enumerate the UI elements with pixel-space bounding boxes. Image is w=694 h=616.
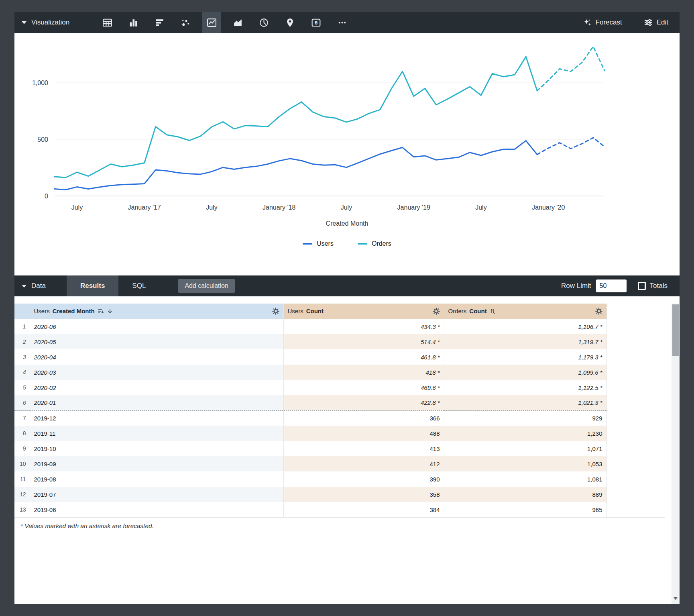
cell-orders-count[interactable]: 1,179.3 * xyxy=(444,349,606,365)
cell-created-month[interactable]: 2019-08 xyxy=(30,471,283,487)
cell-created-month[interactable]: 2019-11 xyxy=(30,426,283,441)
cell-orders-count[interactable]: 1,230 xyxy=(444,426,606,441)
svg-text:January '19: January '19 xyxy=(397,204,430,211)
legend-item-orders[interactable]: Orders xyxy=(358,240,391,247)
cell-users-count[interactable]: 412 xyxy=(283,456,444,471)
cell-orders-count[interactable]: 1,106.7 * xyxy=(444,319,606,334)
viz-type-column-chart-icon[interactable] xyxy=(124,12,143,33)
cell-created-month[interactable]: 2019-07 xyxy=(30,487,283,502)
cell-created-month[interactable]: 2020-02 xyxy=(30,380,283,395)
cell-orders-count[interactable]: 889 xyxy=(444,487,606,502)
table-row: 102019-094121,053 xyxy=(14,456,606,471)
cell-orders-count[interactable]: 1,319.7 * xyxy=(444,334,606,349)
gear-icon[interactable] xyxy=(272,308,279,315)
arrow-down-icon xyxy=(674,597,678,600)
cell-created-month[interactable]: 2019-10 xyxy=(30,441,283,456)
cell-created-month[interactable]: 2020-01 xyxy=(30,395,283,410)
cell-orders-count[interactable]: 1,053 xyxy=(444,456,606,471)
add-calculation-button[interactable]: Add calculation xyxy=(178,279,235,293)
cell-orders-count[interactable]: 1,122.5 * xyxy=(444,380,606,395)
scrollbar-thumb[interactable] xyxy=(672,304,679,356)
cell-users-count[interactable]: 514.4 * xyxy=(283,334,444,349)
forecast-footnote: * Values marked with an asterisk are for… xyxy=(14,517,665,530)
cell-created-month[interactable]: 2020-04 xyxy=(30,349,283,365)
cell-orders-count[interactable]: 1,081 xyxy=(444,471,606,487)
column-view-name: Users xyxy=(288,308,303,314)
legend-item-users[interactable]: Users xyxy=(303,240,334,247)
scrollbar-down-button[interactable] xyxy=(672,595,680,602)
gear-icon[interactable] xyxy=(433,308,440,315)
viz-type-single-value-icon[interactable]: 6 xyxy=(306,12,326,33)
cell-created-month[interactable]: 2019-12 xyxy=(30,410,283,426)
totals-checkbox[interactable] xyxy=(638,282,646,290)
table-row: 12020-06434.3 *1,106.7 * xyxy=(14,319,606,334)
row-limit-input[interactable] xyxy=(596,279,627,292)
data-collapse-toggle[interactable]: Data xyxy=(14,282,53,290)
column-header-users-created-month[interactable]: UsersCreated Month xyxy=(30,304,283,319)
tab-sql[interactable]: SQL xyxy=(118,275,159,296)
table-row: 72019-12366929 xyxy=(14,410,606,426)
column-view-name: Orders xyxy=(448,308,467,314)
totals-label: Totals xyxy=(650,282,668,290)
cell-orders-count[interactable]: 1,021.3 * xyxy=(444,395,606,410)
table-row: 22020-05514.4 *1,319.7 * xyxy=(14,334,606,349)
cell-created-month[interactable]: 2019-09 xyxy=(30,456,283,471)
table-row: 42020-03418 *1,099.6 * xyxy=(14,365,606,380)
cell-orders-count[interactable]: 1,071 xyxy=(444,441,606,456)
visualization-collapse-toggle[interactable]: Visualization xyxy=(14,18,77,27)
cell-orders-count[interactable]: 929 xyxy=(444,410,606,426)
viz-type-scatter-icon[interactable] xyxy=(176,12,195,33)
cell-created-month[interactable]: 2020-06 xyxy=(30,319,283,334)
table-row: 112019-083901,081 xyxy=(14,471,606,487)
column-header-orders-count[interactable]: OrdersCount xyxy=(444,304,606,319)
viz-type-more-icon[interactable] xyxy=(332,12,352,33)
cell-users-count[interactable]: 418 * xyxy=(283,365,444,380)
row-number: 8 xyxy=(14,426,30,441)
gear-icon[interactable] xyxy=(595,308,602,315)
legend-swatch xyxy=(358,243,367,245)
row-number: 5 xyxy=(14,380,30,395)
viz-type-area-chart-icon[interactable] xyxy=(228,12,247,33)
cell-users-count[interactable]: 384 xyxy=(283,502,444,517)
svg-text:July: July xyxy=(71,204,83,211)
svg-text:1,000: 1,000 xyxy=(32,80,48,86)
viz-type-map-pin-icon[interactable] xyxy=(280,12,299,33)
cell-orders-count[interactable]: 1,099.6 * xyxy=(444,365,606,380)
edit-button[interactable]: Edit xyxy=(644,18,668,27)
cell-created-month[interactable]: 2019-06 xyxy=(30,502,283,517)
vertical-scrollbar[interactable] xyxy=(672,304,680,604)
forecast-button[interactable]: Forecast xyxy=(583,18,622,27)
cell-users-count[interactable]: 488 xyxy=(283,426,444,441)
cell-created-month[interactable]: 2020-05 xyxy=(30,334,283,349)
row-number: 3 xyxy=(14,349,30,365)
cell-users-count[interactable]: 366 xyxy=(283,410,444,426)
viz-type-line-chart-icon[interactable] xyxy=(202,12,221,33)
svg-text:July: July xyxy=(475,204,486,211)
svg-text:January '17: January '17 xyxy=(128,204,161,211)
viz-type-bar-chart-icon[interactable] xyxy=(150,12,169,33)
chart-legend: UsersOrders xyxy=(14,240,680,247)
cell-users-count[interactable]: 413 xyxy=(283,441,444,456)
app-window: Visualization 6 Forecast Edit 05001,000J… xyxy=(14,12,680,604)
legend-swatch xyxy=(303,243,312,245)
viz-type-pie-chart-icon[interactable] xyxy=(254,12,273,33)
tab-results[interactable]: Results xyxy=(67,275,118,296)
cell-users-count[interactable]: 358 xyxy=(283,487,444,502)
cell-created-month[interactable]: 2020-03 xyxy=(30,365,283,380)
table-row: 132019-06384965 xyxy=(14,502,606,517)
column-header-users-count[interactable]: UsersCount xyxy=(283,304,444,319)
line-chart: 05001,000JulyJanuary '17JulyJanuary '18J… xyxy=(14,33,680,214)
swap-vert-icon xyxy=(490,308,496,314)
cell-users-count[interactable]: 422.8 * xyxy=(283,395,444,410)
cell-users-count[interactable]: 434.3 * xyxy=(283,319,444,334)
chevron-down-icon xyxy=(22,285,26,288)
table-row: 32020-04461.8 *1,179.3 * xyxy=(14,349,606,365)
cell-users-count[interactable]: 461.8 * xyxy=(283,349,444,365)
data-toolbar: Data ResultsSQL Add calculation Row Limi… xyxy=(14,275,680,296)
row-number: 6 xyxy=(14,395,30,410)
viz-type-table-icon[interactable] xyxy=(98,12,117,33)
cell-orders-count[interactable]: 965 xyxy=(444,502,606,517)
cell-users-count[interactable]: 469.6 * xyxy=(283,380,444,395)
cell-users-count[interactable]: 390 xyxy=(283,471,444,487)
row-number: 11 xyxy=(14,471,30,487)
